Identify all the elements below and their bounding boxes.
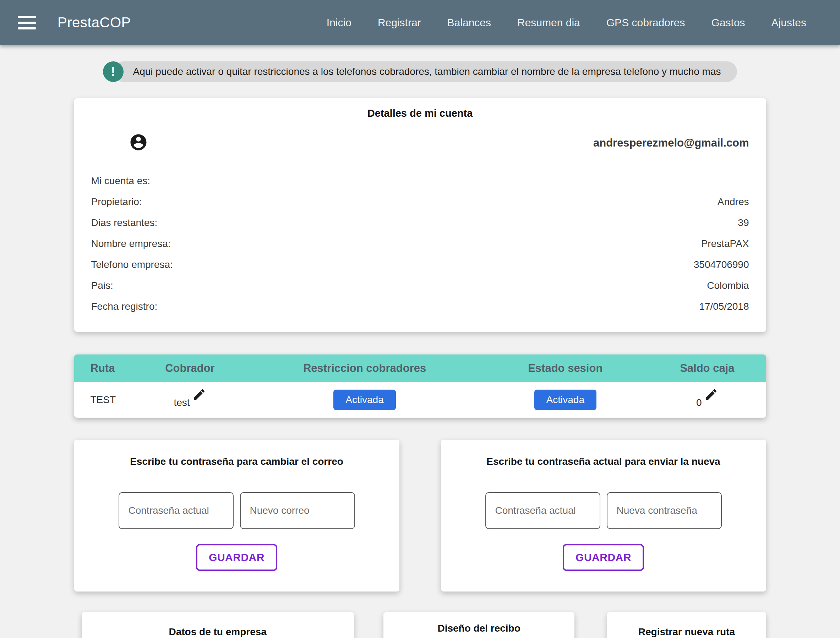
hamburger-menu-icon[interactable]	[18, 16, 36, 30]
routes-table: Ruta Cobrador Restriccion cobradores Est…	[74, 354, 766, 418]
exclamation-icon: !	[103, 62, 123, 82]
row-label: Dias restantes:	[91, 217, 158, 229]
nav-item-gastos[interactable]: Gastos	[712, 17, 745, 29]
account-row-fecha-registro: Fecha registro: 17/05/2018	[91, 296, 749, 317]
change-password-title: Escribe tu contraseña actual para enviar…	[441, 456, 766, 467]
row-value: Andres	[718, 196, 749, 208]
edit-cobrador-icon[interactable]	[192, 392, 206, 408]
routes-table-header: Ruta Cobrador Restriccion cobradores Est…	[74, 354, 766, 382]
new-route-title: Registrar nueva ruta	[607, 626, 766, 638]
cell-ruta: TEST	[74, 394, 133, 406]
nav-links: Inicio Registrar Balances Resumen dia GP…	[327, 17, 806, 29]
row-value: 39	[738, 217, 749, 229]
row-label: Telefono empresa:	[91, 259, 173, 270]
row-label: Fecha registro:	[91, 301, 158, 312]
nav-item-resumen-dia[interactable]: Resumen dia	[517, 17, 580, 29]
cell-cobrador: test	[174, 397, 190, 408]
new-route-card: Registrar nueva ruta	[607, 612, 766, 638]
table-row: TEST test Activada Activada 0	[74, 382, 766, 418]
row-value: PrestaPAX	[701, 238, 749, 250]
row-value: 17/05/2018	[699, 301, 749, 312]
nav-item-gps-cobradores[interactable]: GPS cobradores	[606, 17, 685, 29]
row-value: 3504706990	[694, 259, 749, 270]
row-label: Pais:	[91, 280, 113, 291]
col-header-cobrador: Cobrador	[133, 362, 247, 375]
current-password-input[interactable]	[119, 492, 234, 529]
nav-item-balances[interactable]: Balances	[447, 17, 491, 29]
nav-item-inicio[interactable]: Inicio	[327, 17, 351, 29]
company-card-title: Datos de tu empresa	[82, 626, 354, 638]
edit-saldo-icon[interactable]	[704, 392, 718, 408]
estado-sesion-toggle-button[interactable]: Activada	[534, 390, 596, 410]
change-email-title: Escribe tu contraseña para cambiar el co…	[74, 456, 399, 467]
account-row-dias-restantes: Dias restantes: 39	[91, 212, 749, 233]
change-password-card: Escribe tu contraseña actual para enviar…	[441, 440, 766, 592]
save-email-button[interactable]: GUARDAR	[196, 544, 277, 571]
restriccion-toggle-button[interactable]: Activada	[333, 390, 395, 410]
col-header-estado: Estado sesion	[482, 362, 648, 375]
account-row-propietario: Propietario: Andres	[91, 191, 749, 212]
receipt-card-title: Diseño del recibo	[383, 623, 574, 634]
row-label: Propietario:	[91, 196, 142, 208]
user-avatar-icon	[129, 133, 148, 153]
new-email-input[interactable]	[240, 492, 355, 529]
nav-item-registrar[interactable]: Registrar	[378, 17, 421, 29]
col-header-restriccion: Restriccion cobradores	[247, 362, 482, 375]
col-header-saldo: Saldo caja	[648, 362, 766, 375]
cell-saldo: 0	[696, 397, 702, 408]
app-title: PrestaCOP	[57, 14, 131, 30]
current-password-input[interactable]	[485, 492, 600, 529]
account-row-cuenta: Mi cuenta es:	[91, 170, 749, 191]
account-row-pais: Pais: Colombia	[91, 275, 749, 296]
row-label: Nombre empresa:	[91, 238, 171, 250]
col-header-ruta: Ruta	[74, 362, 133, 375]
account-row-nombre-empresa: Nombre empresa: PrestaPAX	[91, 233, 749, 254]
change-email-card: Escribe tu contraseña para cambiar el co…	[74, 440, 399, 592]
nav-item-ajustes[interactable]: Ajustes	[772, 17, 806, 29]
account-email: andresperezmelo@gmail.com	[593, 137, 749, 149]
top-navbar: PrestaCOP Inicio Registrar Balances Resu…	[0, 0, 840, 45]
info-banner-text: Aqui puede activar o quitar restriccione…	[113, 62, 737, 82]
row-value: Colombia	[707, 280, 749, 291]
save-password-button[interactable]: GUARDAR	[563, 544, 644, 571]
new-password-input[interactable]	[607, 492, 722, 529]
info-banner: ! Aqui puede activar o quitar restriccio…	[103, 62, 737, 82]
receipt-design-card: Diseño del recibo Diseño PrestaCOP	[383, 612, 574, 638]
account-details-card: Detalles de mi cuenta andresperezmelo@gm…	[74, 98, 766, 332]
account-row-telefono-empresa: Telefono empresa: 3504706990	[91, 254, 749, 275]
company-data-card: Datos de tu empresa Nombre de compañia P…	[82, 612, 354, 638]
account-card-title: Detalles de mi cuenta	[91, 107, 749, 119]
row-label: Mi cuenta es:	[91, 175, 150, 186]
